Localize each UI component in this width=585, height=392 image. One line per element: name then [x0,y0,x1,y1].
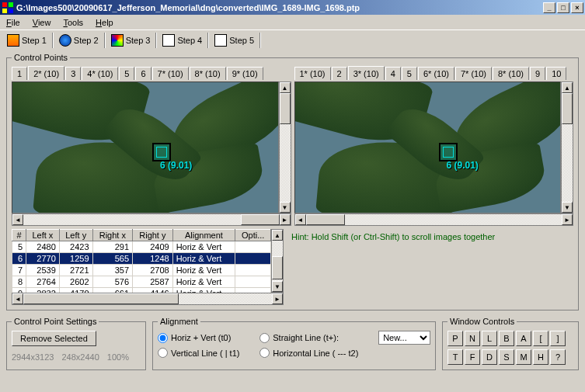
radio-vertical-line[interactable]: Vertical Line ( | t1) [158,348,249,358]
menu-view[interactable]: View [30,16,54,29]
hint-text: Hint: Hold Shift (or Ctrl-Shift) to scro… [290,229,496,305]
titlebar: G:\Images500\20090617_Jefferson_Memorial… [0,0,585,15]
menu-tools[interactable]: Tools [60,16,86,29]
window-controls-fieldset: Window Controls PNLBA[] TFDSMH? [442,317,579,370]
right-tab[interactable]: 10 [546,67,566,80]
left-tab[interactable]: 3 [65,67,81,80]
control-points-table[interactable]: # Left x Left y Right x Right y Alignmen… [12,229,271,293]
wc-button-s[interactable]: S [499,349,514,365]
radio-horizontal-line[interactable]: Horizontal Line ( --- t2) [259,348,367,358]
left-image-view[interactable]: 6 (9.01) [12,82,279,213]
col-leftx[interactable]: Left x [26,230,60,241]
right-tab[interactable]: 4 [385,67,401,80]
table-row[interactable]: 6277012595651248Horiz & Vert [12,253,271,265]
zoom-level: 100% [107,352,129,362]
left-tab[interactable]: 5 [119,67,134,80]
right-image-view[interactable]: 6 (9.01) [294,82,562,213]
right-tab[interactable]: 9 [530,67,545,80]
radio-straight-line[interactable]: Straight Line (t+): [259,333,367,343]
right-tab[interactable]: 8* (10) [493,67,529,80]
control-points-legend: Control Points [12,53,70,62]
right-tab[interactable]: 2 [332,67,347,80]
remove-selected-button[interactable]: Remove Selected [12,331,96,346]
straight-line-select[interactable]: New... [378,331,430,345]
right-tab[interactable]: 6* (10) [418,67,454,80]
window-title: G:\Images500\20090617_Jefferson_Memorial… [16,3,543,12]
menu-file[interactable]: File [3,16,23,29]
alignment-fieldset: Alignment Horiz + Vert (t0) Straight Lin… [152,317,436,370]
wc-legend: Window Controls [447,317,517,326]
table-row[interactable]: 8276426025762587Horiz & Vert [12,276,271,288]
svg-rect-3 [9,9,13,13]
wc-button-a[interactable]: A [516,331,531,346]
right-image-dim: 248x2440 [61,352,99,362]
step3-button[interactable]: Step 3 [107,32,155,49]
left-tab[interactable]: 8* (10) [190,67,226,80]
step4-button[interactable]: Step 4 [158,32,206,49]
app-icon [2,2,14,14]
cps-legend: Control Point Settings [12,317,99,326]
right-tab[interactable]: 5 [402,67,417,80]
right-tab[interactable]: 7* (10) [455,67,492,80]
alignment-legend: Alignment [158,317,200,326]
left-control-point-marker[interactable] [152,143,171,161]
col-lefty[interactable]: Left y [59,230,92,241]
right-control-point-marker[interactable] [439,143,458,161]
maximize-button[interactable]: □ [557,2,569,13]
left-image-tabs: 12* (10)34* (10)567* (10)8* (10)9* (10) [12,67,291,80]
wc-button-[[interactable]: [ [533,331,548,346]
wc-button-t[interactable]: T [447,349,463,365]
left-tab[interactable]: 9* (10) [227,67,263,80]
left-tab[interactable]: 1 [12,67,27,80]
step5-button[interactable]: Step 5 [211,32,258,49]
wc-button-b[interactable]: B [499,331,514,346]
col-n[interactable]: # [12,230,26,241]
right-vscrollbar[interactable]: ▲▼ [561,82,573,213]
left-vscrollbar[interactable]: ▲▼ [279,82,291,213]
wc-button-p[interactable]: P [447,331,463,346]
step2-icon [59,34,71,47]
step3-icon [111,34,124,47]
table-row[interactable]: 7253927213572708Horiz & Vert [12,265,271,276]
wc-button-n[interactable]: N [465,331,480,346]
right-hscrollbar[interactable]: ◄► [294,213,574,226]
step1-button[interactable]: Step 1 [3,32,50,49]
minimize-button[interactable]: _ [543,2,555,13]
right-image-tabs: 1* (10)23* (10)456* (10)7* (10)8* (10)91… [294,67,574,80]
svg-rect-0 [2,2,7,7]
col-alignment[interactable]: Alignment [172,230,235,241]
col-rightx[interactable]: Right x [92,230,133,241]
wc-button-d[interactable]: D [482,349,497,365]
wc-button-][interactable]: ] [550,331,566,346]
left-marker-label: 6 (9.01) [160,160,192,171]
table-hscrollbar[interactable]: ◄► [12,293,284,305]
wc-button-l[interactable]: L [482,331,497,346]
col-righty[interactable]: Right y [133,230,173,241]
toolbar: Step 1 Step 2 Step 3 Step 4 Step 5 [0,29,585,50]
wc-button-h[interactable]: H [533,349,548,365]
left-hscrollbar[interactable]: ◄► [12,213,291,226]
svg-rect-1 [9,2,13,7]
menubar: File View Tools Help [0,15,585,29]
table-row[interactable]: 9283241706614146Horiz & Vert [12,288,271,293]
close-button[interactable]: × [571,2,583,13]
left-tab[interactable]: 7* (10) [152,67,189,80]
wc-button-m[interactable]: M [516,349,531,365]
wc-button-?[interactable]: ? [550,349,566,365]
svg-rect-2 [2,9,7,13]
col-opti[interactable]: Opti... [235,230,271,241]
step2-button[interactable]: Step 2 [55,32,103,49]
step1-icon [7,34,19,47]
wc-button-f[interactable]: F [465,349,480,365]
right-tab[interactable]: 3* (10) [348,66,385,80]
left-tab[interactable]: 6 [135,67,151,80]
right-marker-label: 6 (9.01) [447,160,479,171]
menu-help[interactable]: Help [92,16,117,29]
control-point-settings-fieldset: Control Point Settings Remove Selected 2… [6,317,146,370]
table-row[interactable]: 5248024232912409Horiz & Vert [12,241,271,253]
radio-horiz-vert[interactable]: Horiz + Vert (t0) [158,333,249,343]
right-tab[interactable]: 1* (10) [294,67,331,80]
table-vscrollbar[interactable]: ▲▼ [271,229,284,293]
left-tab[interactable]: 4* (10) [82,67,118,80]
left-tab[interactable]: 2* (10) [28,66,64,80]
